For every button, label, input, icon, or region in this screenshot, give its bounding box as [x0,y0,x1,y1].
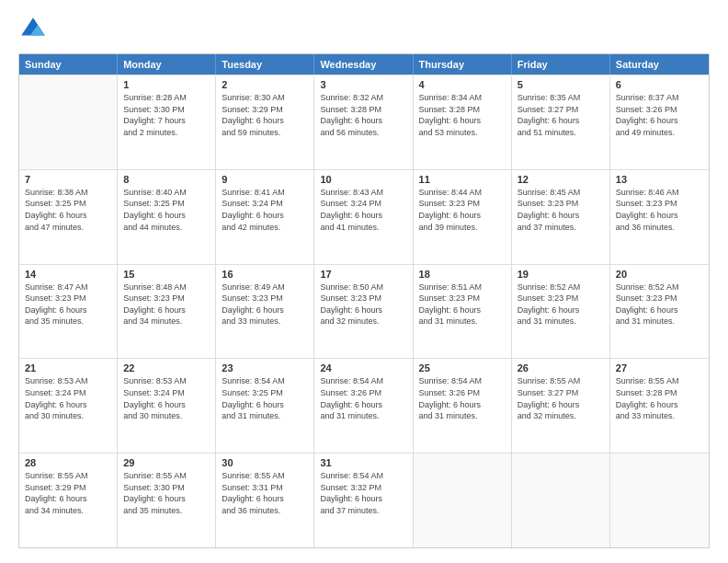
day-number: 16 [222,269,308,280]
day-number: 7 [25,174,111,185]
day-header-monday: Monday [118,54,216,75]
cell-info: Sunrise: 8:37 AMSunset: 3:26 PMDaylight:… [616,92,703,138]
cell-info: Sunrise: 8:38 AMSunset: 3:25 PMDaylight:… [25,187,111,233]
day-number: 19 [518,269,604,280]
calendar-row-3: 21Sunrise: 8:53 AMSunset: 3:24 PMDayligh… [19,358,709,453]
calendar-row-0: 1Sunrise: 8:28 AMSunset: 3:30 PMDaylight… [19,75,709,169]
calendar-cell: 19Sunrise: 8:52 AMSunset: 3:23 PMDayligh… [512,265,610,359]
calendar-cell: 24Sunrise: 8:54 AMSunset: 3:26 PMDayligh… [314,359,413,453]
calendar-cell [610,454,709,547]
day-header-friday: Friday [512,54,610,75]
calendar-cell: 4Sunrise: 8:34 AMSunset: 3:28 PMDaylight… [414,75,512,169]
cell-info: Sunrise: 8:55 AMSunset: 3:31 PMDaylight:… [222,470,308,516]
cell-info: Sunrise: 8:40 AMSunset: 3:25 PMDaylight:… [123,187,210,233]
cell-info: Sunrise: 8:48 AMSunset: 3:23 PMDaylight:… [123,282,210,327]
cell-info: Sunrise: 8:32 AMSunset: 3:28 PMDaylight:… [320,92,406,138]
cell-info: Sunrise: 8:35 AMSunset: 3:27 PMDaylight:… [518,92,604,138]
calendar-cell: 5Sunrise: 8:35 AMSunset: 3:27 PMDaylight… [512,75,610,169]
day-number: 18 [419,269,506,280]
cell-info: Sunrise: 8:54 AMSunset: 3:26 PMDaylight:… [419,375,506,421]
day-header-tuesday: Tuesday [216,54,314,75]
logo [18,15,51,44]
calendar-cell: 21Sunrise: 8:53 AMSunset: 3:24 PMDayligh… [19,359,118,453]
calendar-cell: 25Sunrise: 8:54 AMSunset: 3:26 PMDayligh… [414,359,512,453]
calendar-row-2: 14Sunrise: 8:47 AMSunset: 3:23 PMDayligh… [19,264,709,359]
day-number: 30 [222,457,308,468]
calendar-cell: 13Sunrise: 8:46 AMSunset: 3:23 PMDayligh… [610,170,709,264]
day-number: 15 [123,269,210,280]
cell-info: Sunrise: 8:54 AMSunset: 3:32 PMDaylight:… [320,470,406,516]
day-header-wednesday: Wednesday [314,54,413,75]
cell-info: Sunrise: 8:53 AMSunset: 3:24 PMDaylight:… [123,375,210,421]
cell-info: Sunrise: 8:28 AMSunset: 3:30 PMDaylight:… [123,92,210,138]
day-number: 9 [222,174,308,185]
cell-info: Sunrise: 8:53 AMSunset: 3:24 PMDaylight:… [25,375,111,421]
calendar-cell: 3Sunrise: 8:32 AMSunset: 3:28 PMDaylight… [314,75,413,169]
day-number: 26 [518,362,604,373]
cell-info: Sunrise: 8:55 AMSunset: 3:28 PMDaylight:… [616,375,703,421]
cell-info: Sunrise: 8:54 AMSunset: 3:26 PMDaylight:… [320,375,406,421]
day-number: 1 [123,79,210,90]
day-number: 31 [320,457,406,468]
day-number: 12 [518,174,604,185]
calendar-cell: 17Sunrise: 8:50 AMSunset: 3:23 PMDayligh… [314,265,413,359]
calendar-cell: 23Sunrise: 8:54 AMSunset: 3:25 PMDayligh… [216,359,314,453]
calendar-cell: 10Sunrise: 8:43 AMSunset: 3:24 PMDayligh… [314,170,413,264]
day-number: 11 [419,174,506,185]
calendar-cell: 18Sunrise: 8:51 AMSunset: 3:23 PMDayligh… [414,265,512,359]
calendar-cell [19,75,118,169]
day-header-thursday: Thursday [414,54,512,75]
day-number: 10 [320,174,406,185]
calendar-cell: 1Sunrise: 8:28 AMSunset: 3:30 PMDaylight… [118,75,216,169]
cell-info: Sunrise: 8:43 AMSunset: 3:24 PMDaylight:… [320,187,406,233]
day-number: 27 [616,362,703,373]
day-number: 13 [616,174,703,185]
day-number: 25 [419,362,506,373]
day-number: 6 [616,79,703,90]
cell-info: Sunrise: 8:41 AMSunset: 3:24 PMDaylight:… [222,187,308,233]
header [18,15,710,44]
cell-info: Sunrise: 8:50 AMSunset: 3:23 PMDaylight:… [320,282,406,327]
calendar-cell: 11Sunrise: 8:44 AMSunset: 3:23 PMDayligh… [414,170,512,264]
calendar-cell: 27Sunrise: 8:55 AMSunset: 3:28 PMDayligh… [610,359,709,453]
calendar-cell: 8Sunrise: 8:40 AMSunset: 3:25 PMDaylight… [118,170,216,264]
calendar-cell: 6Sunrise: 8:37 AMSunset: 3:26 PMDaylight… [610,75,709,169]
calendar-cell [512,454,610,547]
day-number: 5 [518,79,604,90]
calendar-cell: 28Sunrise: 8:55 AMSunset: 3:29 PMDayligh… [19,454,118,547]
cell-info: Sunrise: 8:46 AMSunset: 3:23 PMDaylight:… [616,187,703,233]
day-header-sunday: Sunday [19,54,118,75]
cell-info: Sunrise: 8:44 AMSunset: 3:23 PMDaylight:… [419,187,506,233]
day-number: 22 [123,362,210,373]
day-number: 3 [320,79,406,90]
cell-info: Sunrise: 8:55 AMSunset: 3:30 PMDaylight:… [123,470,210,516]
cell-info: Sunrise: 8:55 AMSunset: 3:27 PMDaylight:… [518,375,604,421]
calendar-header: SundayMondayTuesdayWednesdayThursdayFrid… [19,54,709,75]
calendar: SundayMondayTuesdayWednesdayThursdayFrid… [18,53,710,548]
calendar-cell: 14Sunrise: 8:47 AMSunset: 3:23 PMDayligh… [19,265,118,359]
calendar-cell: 31Sunrise: 8:54 AMSunset: 3:32 PMDayligh… [314,454,413,547]
cell-info: Sunrise: 8:51 AMSunset: 3:23 PMDaylight:… [419,282,506,327]
calendar-cell [414,454,512,547]
day-number: 23 [222,362,308,373]
calendar-cell: 9Sunrise: 8:41 AMSunset: 3:24 PMDaylight… [216,170,314,264]
calendar-cell: 2Sunrise: 8:30 AMSunset: 3:29 PMDaylight… [216,75,314,169]
calendar-cell: 16Sunrise: 8:49 AMSunset: 3:23 PMDayligh… [216,265,314,359]
cell-info: Sunrise: 8:45 AMSunset: 3:23 PMDaylight:… [518,187,604,233]
cell-info: Sunrise: 8:30 AMSunset: 3:29 PMDaylight:… [222,92,308,138]
calendar-cell: 15Sunrise: 8:48 AMSunset: 3:23 PMDayligh… [118,265,216,359]
page: SundayMondayTuesdayWednesdayThursdayFrid… [0,0,728,563]
calendar-cell: 29Sunrise: 8:55 AMSunset: 3:30 PMDayligh… [118,454,216,547]
calendar-cell: 20Sunrise: 8:52 AMSunset: 3:23 PMDayligh… [610,265,709,359]
day-number: 17 [320,269,406,280]
calendar-row-4: 28Sunrise: 8:55 AMSunset: 3:29 PMDayligh… [19,453,709,547]
calendar-body: 1Sunrise: 8:28 AMSunset: 3:30 PMDaylight… [19,75,709,547]
cell-info: Sunrise: 8:52 AMSunset: 3:23 PMDaylight:… [518,282,604,327]
calendar-cell: 7Sunrise: 8:38 AMSunset: 3:25 PMDaylight… [19,170,118,264]
calendar-cell: 22Sunrise: 8:53 AMSunset: 3:24 PMDayligh… [118,359,216,453]
day-number: 28 [25,457,111,468]
day-number: 20 [616,269,703,280]
calendar-cell: 26Sunrise: 8:55 AMSunset: 3:27 PMDayligh… [512,359,610,453]
calendar-cell: 30Sunrise: 8:55 AMSunset: 3:31 PMDayligh… [216,454,314,547]
day-number: 14 [25,269,111,280]
